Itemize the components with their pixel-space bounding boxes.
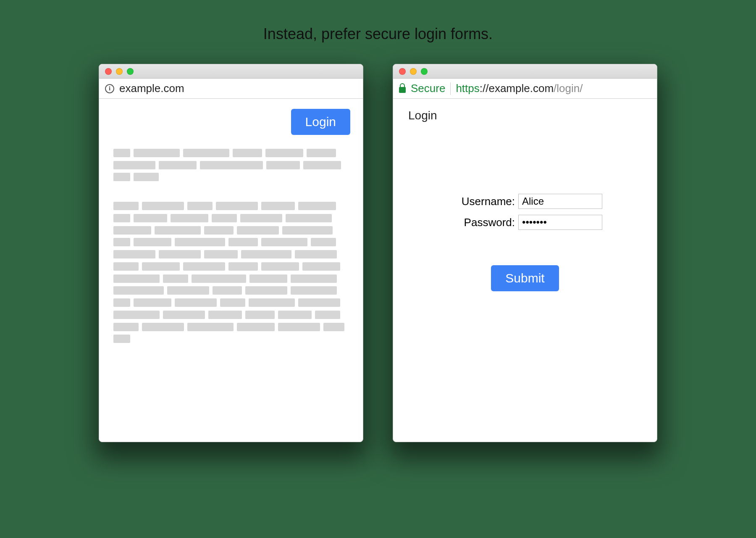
lock-icon[interactable] — [399, 87, 406, 93]
window-titlebar — [99, 64, 363, 79]
insecure-browser-window: i example.com Login — [99, 64, 363, 442]
address-bar[interactable]: Secure https://example.com/login/ — [393, 79, 657, 99]
password-input[interactable] — [518, 215, 602, 230]
address-divider — [450, 82, 451, 95]
username-row: Username: — [448, 194, 602, 209]
window-titlebar — [393, 64, 657, 79]
info-icon[interactable]: i — [105, 84, 114, 93]
secure-browser-window: Secure https://example.com/login/ Login … — [393, 64, 657, 442]
address-url: example.com — [119, 82, 184, 95]
close-icon[interactable] — [105, 68, 112, 75]
username-label: Username: — [448, 195, 515, 208]
placeholder-paragraph — [112, 147, 350, 183]
close-icon[interactable] — [399, 68, 406, 75]
caption-text: Instead, prefer secure login forms. — [263, 25, 493, 43]
address-bar[interactable]: i example.com — [99, 79, 363, 99]
login-button[interactable]: Login — [291, 109, 350, 135]
username-input[interactable] — [518, 194, 602, 209]
maximize-icon[interactable] — [421, 68, 428, 75]
secure-label: Secure — [411, 82, 445, 95]
login-form: Username: Password: Submit — [406, 194, 644, 291]
submit-button[interactable]: Submit — [491, 265, 559, 291]
page-title: Login — [408, 109, 644, 122]
password-label: Password: — [448, 216, 515, 229]
placeholder-paragraph — [112, 200, 350, 345]
minimize-icon[interactable] — [410, 68, 417, 75]
maximize-icon[interactable] — [127, 68, 134, 75]
password-row: Password: — [448, 215, 602, 230]
page-content: Login Username: Password: Submit — [393, 99, 657, 442]
page-content: Login — [99, 99, 363, 442]
address-url: https://example.com/login/ — [456, 82, 583, 95]
minimize-icon[interactable] — [116, 68, 123, 75]
